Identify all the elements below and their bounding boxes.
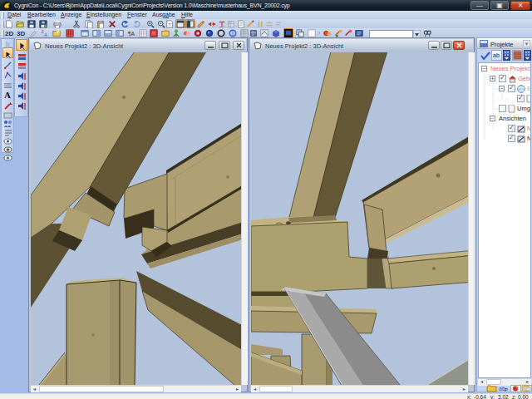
svg-text:¶A: ¶A: [128, 31, 135, 37]
svg-text:A: A: [4, 90, 11, 99]
svg-text:mm: mm: [4, 81, 11, 86]
svg-text:P: P: [505, 387, 508, 392]
svg-text:ab: ab: [493, 52, 500, 58]
